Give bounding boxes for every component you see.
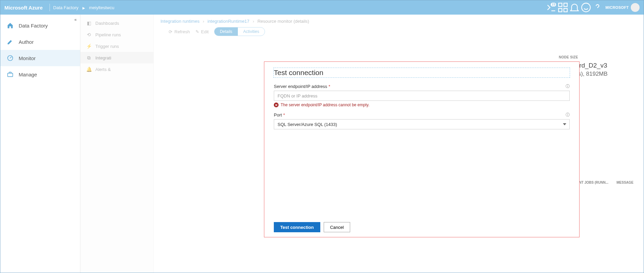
crumb-service[interactable]: Data Factory — [53, 5, 78, 10]
directory-icon[interactable] — [557, 2, 569, 13]
dashboard-icon: ◧ — [85, 20, 93, 26]
main-content: Integration runtimes › integrationRuntim… — [154, 15, 644, 273]
page-toolbar: ⟳Refresh ✎Edit Details Activities — [154, 26, 644, 39]
svg-rect-0 — [559, 3, 562, 6]
svg-rect-3 — [564, 8, 567, 12]
node-size-label: NODE SIZE — [559, 55, 633, 59]
server-endpoint-error: ✕ The server endpoint/IP address cannot … — [274, 103, 570, 107]
subnav-pipeline-runs[interactable]: ⟲Pipeline runs — [80, 29, 153, 40]
required-marker: * — [328, 84, 330, 89]
notification-badge: 23 — [551, 3, 556, 6]
svg-rect-1 — [564, 3, 567, 6]
test-connection-button[interactable]: Test connection — [274, 222, 320, 232]
tab-details[interactable]: Details — [214, 28, 238, 36]
port-label: Port — [274, 112, 282, 117]
nav-label: Author — [19, 39, 34, 45]
integration-icon: ⧉ — [85, 55, 93, 61]
header-breadcrumb[interactable]: Data Factory ▶ meiyltestwcu — [53, 5, 114, 10]
toolbox-icon — [6, 70, 15, 79]
subnav-trigger-runs[interactable]: ⚡Trigger runs — [80, 40, 153, 52]
error-text: The server endpoint/IP address cannot be… — [281, 103, 370, 107]
chevron-right-icon: ▶ — [82, 6, 85, 10]
server-endpoint-label: Server endpoint/IP address — [274, 84, 327, 89]
edit-button[interactable]: ✎Edit — [195, 29, 209, 34]
nav-label: Data Factory — [19, 23, 48, 29]
port-select[interactable]: SQL Server/Azure SQL (1433) — [274, 119, 570, 129]
subnav-dashboards[interactable]: ◧Dashboards — [80, 17, 153, 29]
breadcrumb-integration-runtimes[interactable]: Integration runtimes — [160, 19, 200, 24]
server-endpoint-field: Server endpoint/IP address * ⓘ ✕ The ser… — [274, 84, 570, 107]
nav-author[interactable]: Author — [0, 34, 80, 50]
chevron-right-icon: › — [203, 19, 204, 24]
help-icon[interactable] — [592, 2, 603, 13]
breadcrumb-runtime-name[interactable]: integrationRuntime17 — [208, 19, 250, 24]
org-label: MICROSOFT — [605, 5, 629, 10]
feedback-icon[interactable] — [580, 2, 592, 13]
nav-label: Manage — [19, 72, 37, 77]
breadcrumb-current: Resource monitor (details) — [258, 19, 309, 24]
info-icon[interactable]: ⓘ — [566, 112, 570, 118]
nav-label: Monitor — [19, 55, 36, 61]
dialog-title: Test connection — [274, 68, 570, 77]
refresh-icon: ⟳ — [169, 29, 172, 34]
pipeline-icon: ⟲ — [85, 32, 93, 37]
header-separator — [50, 4, 50, 11]
server-endpoint-input[interactable] — [274, 91, 570, 101]
test-connection-dialog: Test connection Server endpoint/IP addre… — [264, 61, 580, 237]
pencil-icon: ✎ — [195, 29, 199, 34]
required-marker: * — [283, 112, 285, 117]
col-message: MESSAGE — [617, 181, 633, 184]
dialog-footer: Test connection Cancel — [274, 222, 570, 232]
crumb-resource[interactable]: meiyltestwcu — [89, 5, 114, 10]
user-avatar[interactable] — [631, 3, 640, 12]
subnav-alerts[interactable]: 🔔Alerts & — [80, 63, 153, 75]
svg-rect-2 — [559, 8, 562, 12]
monitor-subnav: ◧Dashboards ⟲Pipeline runs ⚡Trigger runs… — [80, 15, 154, 273]
gauge-icon — [6, 54, 15, 62]
tab-activities[interactable]: Activities — [238, 28, 265, 36]
nav-manage[interactable]: Manage — [0, 66, 80, 83]
cloud-shell-icon[interactable]: 23 — [546, 2, 557, 13]
brand-label[interactable]: Microsoft Azure — [4, 5, 43, 11]
trigger-icon: ⚡ — [85, 43, 93, 49]
primary-nav: « Data Factory Author Monitor Manage — [0, 15, 80, 273]
nav-data-factory[interactable]: Data Factory — [0, 17, 80, 34]
bell-icon: 🔔 — [85, 67, 93, 72]
subnav-integration-runtimes[interactable]: ⧉Integrati — [80, 52, 153, 63]
svg-point-4 — [582, 3, 591, 12]
chevron-right-icon: › — [253, 19, 254, 24]
port-field: Port * ⓘ SQL Server/Azure SQL (1433) — [274, 112, 570, 129]
refresh-button[interactable]: ⟳Refresh — [169, 29, 190, 34]
home-icon — [6, 21, 15, 30]
nav-monitor[interactable]: Monitor — [0, 50, 80, 66]
view-toggle: Details Activities — [214, 27, 265, 36]
error-icon: ✕ — [274, 103, 279, 107]
cancel-button[interactable]: Cancel — [324, 222, 350, 232]
pencil-icon — [6, 37, 15, 46]
page-breadcrumb: Integration runtimes › integrationRuntim… — [154, 15, 644, 26]
collapse-nav-icon[interactable]: « — [74, 17, 77, 22]
svg-rect-6 — [8, 73, 13, 77]
info-icon[interactable]: ⓘ — [566, 84, 570, 89]
top-header: Microsoft Azure Data Factory ▶ meiyltest… — [0, 0, 644, 15]
notifications-icon[interactable] — [569, 2, 580, 13]
